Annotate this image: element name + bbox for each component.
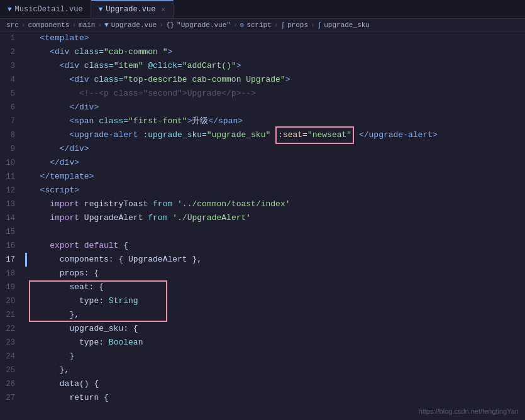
- code-line: [30, 225, 525, 239]
- code-line: <template>: [30, 31, 525, 45]
- line-numbers: 1 2 3 4 5 6 7 8 9 10 11 12 13 14 15 16 1…: [0, 31, 25, 405]
- close-icon[interactable]: ✕: [161, 6, 165, 13]
- code-line: </div>: [30, 156, 525, 170]
- code-line: </div>: [30, 101, 525, 114]
- code-line: import registryToast from '../common/toa…: [30, 197, 525, 211]
- breadcrumb: src › components › main › ▼ Upgrade.vue …: [0, 19, 525, 31]
- code-line: return {: [30, 391, 525, 405]
- code-content: <template> <div class="cab-common "> <di…: [25, 31, 525, 405]
- code-line: upgrade_sku: {: [30, 322, 525, 336]
- code-line: </template>: [30, 170, 525, 184]
- code-line: }: [30, 350, 525, 363]
- code-line: },: [30, 308, 525, 322]
- code-line: <div class="top-describe cab-common Upgr…: [30, 73, 525, 87]
- gutter-indicator: [25, 253, 27, 267]
- code-line: type: String: [30, 294, 525, 308]
- seat-binding-highlight: :seat="newseat": [275, 126, 354, 144]
- vue-icon: ▼: [8, 6, 12, 13]
- code-line: seat: {: [30, 280, 525, 294]
- code-line: </div>: [30, 142, 525, 156]
- code-lines: <template> <div class="cab-common "> <di…: [25, 31, 525, 405]
- code-line: import UpgradeAlert from './UpgradeAlert…: [30, 211, 525, 225]
- code-line: <div class="cab-common ">: [30, 45, 525, 59]
- breadcrumb-src: src: [6, 21, 19, 29]
- code-line: <script>: [30, 184, 525, 197]
- tab-label: Upgrade.vue: [106, 5, 155, 14]
- code-area: 1 2 3 4 5 6 7 8 9 10 11 12 13 14 15 16 1…: [0, 31, 525, 405]
- code-line: props: {: [30, 267, 525, 280]
- code-line: <!--<p class="second">Upgrade</p>-->: [30, 87, 525, 101]
- tab-upgrade[interactable]: ▼ Upgrade.vue ✕: [91, 0, 174, 18]
- watermark: https://blog.csdn.net/fengtingYan: [419, 407, 519, 415]
- tab-musicdetail[interactable]: ▼ MusicDetail.vue: [0, 0, 91, 18]
- tab-bar: ▼ MusicDetail.vue ▼ Upgrade.vue ✕: [0, 0, 525, 19]
- code-line: export default {: [30, 239, 525, 253]
- code-line: data() {: [30, 377, 525, 391]
- code-line: <upgrade-alert :upgrade_sku="upgrade_sku…: [30, 128, 525, 142]
- code-line: components: { UpgradeAlert },: [30, 253, 525, 267]
- tab-label: MusicDetail.vue: [15, 5, 83, 14]
- code-line: <div class="item" @click="addCart()">: [30, 59, 525, 73]
- code-line: type: Boolean: [30, 336, 525, 350]
- vue-icon: ▼: [99, 6, 103, 13]
- code-line: },: [30, 363, 525, 377]
